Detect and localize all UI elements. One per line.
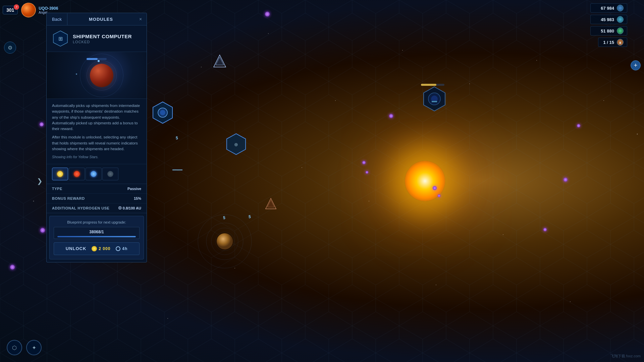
asteroid [543, 228, 547, 231]
asteroid [265, 12, 270, 16]
red-star-icon [74, 171, 80, 177]
back-button[interactable]: Back [47, 13, 67, 25]
main-station[interactable] [421, 85, 448, 114]
star-btn-blue[interactable] [86, 168, 102, 180]
hex-station-1[interactable] [151, 101, 174, 125]
score-container: 301 7 [3, 6, 18, 14]
blue-star-icon [91, 171, 97, 177]
hex-view-button[interactable]: ⬡ [7, 340, 22, 355]
sidebar-toggle[interactable]: ❯ [37, 177, 43, 185]
svg-rect-22 [432, 101, 437, 102]
resource-row-1: 67 984 [590, 3, 627, 13]
unlock-label: UNLOCK [66, 246, 87, 251]
module-status: LOCKED [73, 40, 132, 44]
module-info-header: ⊞ SHIPMENT COMPUTER LOCKED [47, 25, 147, 52]
unlock-cost-coins: 2 000 [92, 246, 110, 251]
score-value: 301 [6, 7, 14, 13]
stat-hydrogen-label: ADDITIONAL HYDROGEN USE [52, 206, 109, 210]
preview-planet [90, 64, 113, 87]
hud-resources: 67 984 45 983 51 880 1 / 15 ▲ [590, 3, 627, 47]
ship-triangle-2 [265, 198, 277, 211]
description-text-1: Automatically picks up shipments from in… [52, 103, 141, 132]
resource-value-3: 51 880 [601, 28, 614, 34]
resource-row-3: 51 880 [590, 26, 627, 36]
resource-icon-2 [617, 16, 624, 23]
stat-bonus-value: 15% [134, 196, 141, 200]
ship-view-button[interactable]: ✦ [26, 340, 42, 355]
asteroid [366, 171, 368, 174]
module-panel: Back MODULES × ⊞ SHIPMENT COMPUTER LOCKE… [46, 13, 147, 262]
stats-section: TYPE Passive BONUS REWARD 15% ADDITIONAL… [47, 184, 147, 213]
resource-icon-3 [617, 27, 624, 34]
module-text-info: SHIPMENT COMPUTER LOCKED [73, 34, 132, 44]
waypoint-5: 5 [176, 136, 178, 140]
asteroid [10, 265, 15, 269]
resource-value-2: 45 983 [601, 17, 614, 22]
preview-ship-dot-2 [76, 73, 77, 75]
blueprint-value: 38068/1 [89, 230, 104, 234]
panel-header: Back MODULES × [47, 13, 147, 25]
player-avatar[interactable] [21, 3, 36, 17]
asteroid [40, 122, 44, 126]
hex-station-2[interactable]: ⊕ [225, 132, 248, 157]
module-description: Automatically picks up shipments from in… [47, 99, 147, 164]
svg-point-17 [217, 233, 233, 249]
panel-title: MODULES [67, 13, 135, 25]
description-text-2: After this module is unlocked, selecting… [52, 134, 141, 152]
waypoint-5c: 5 [249, 215, 251, 219]
blueprint-bar-fill [57, 236, 136, 237]
unlock-cost-time: 4h [116, 246, 127, 251]
asteroid [40, 228, 45, 233]
module-name: SHIPMENT COMPUTER [73, 34, 132, 39]
module-preview [47, 52, 147, 99]
stat-type-value: Passive [127, 187, 141, 191]
fleet-row: 1 / 15 ▲ [598, 38, 627, 47]
asteroid [389, 114, 393, 118]
module-icon-symbol: ⊞ [58, 36, 63, 42]
ship-triangle-1 [213, 54, 226, 69]
svg-text:⊕: ⊕ [234, 142, 238, 147]
stat-type-label: TYPE [52, 187, 62, 191]
fleet-icon: ▲ [617, 39, 624, 46]
asteroid [564, 178, 568, 182]
unlock-button[interactable]: UNLOCK 2 000 4h [54, 242, 140, 255]
asteroid [362, 161, 366, 164]
blueprint-label: Blueprint progress for next upgrade: [54, 220, 140, 224]
station-progress-bar [421, 84, 444, 86]
resource-row-2: 45 983 [590, 15, 627, 24]
clock-icon [116, 246, 120, 251]
star-btn-yellow[interactable] [52, 168, 68, 180]
star-btn-red[interactable] [69, 168, 85, 180]
asteroid [577, 124, 580, 127]
fleet-count: 1 / 15 [603, 40, 614, 45]
player-id: UQO-3906 [39, 6, 58, 11]
bottom-left-buttons: ⬡ ✦ [7, 340, 42, 355]
stat-row-type: TYPE Passive [47, 184, 147, 194]
stat-row-hydrogen: ADDITIONAL HYDROGEN USE ⦿ 0.8/100 AU [47, 203, 147, 213]
stat-row-bonus: BONUS REWARD 15% [47, 194, 147, 203]
notification-badge: 7 [14, 4, 19, 10]
close-button[interactable]: × [135, 13, 147, 25]
unlock-section: Blueprint progress for next upgrade: 380… [49, 216, 144, 259]
module-icon: ⊞ [52, 30, 69, 47]
coin-icon [92, 246, 97, 251]
preview-ship-dot [98, 60, 100, 62]
waypoint-line [172, 168, 182, 172]
star-type-selectors [47, 164, 147, 184]
add-button[interactable]: + [631, 60, 641, 70]
asteroid [438, 194, 440, 197]
watermark: 飞翔下载 fxxz.com [610, 354, 641, 359]
blueprint-progress: 38068/1 [54, 227, 140, 239]
yellow-star-icon [57, 171, 63, 177]
stat-bonus-label: BONUS REWARD [52, 196, 85, 200]
resource-value-1: 67 984 [601, 6, 614, 11]
dark-star-icon [107, 171, 113, 177]
waypoint-5b: 5 [223, 216, 225, 220]
showing-info: Showing info for Yellow Stars. [52, 155, 141, 160]
stat-hydrogen-value: ⦿ 0.8/100 AU [118, 206, 141, 210]
asteroid [433, 186, 437, 190]
resource-icon-1 [617, 5, 624, 11]
blueprint-bar [57, 236, 136, 237]
settings-button[interactable]: ⚙ [4, 42, 16, 54]
star-btn-dark[interactable] [102, 168, 118, 180]
